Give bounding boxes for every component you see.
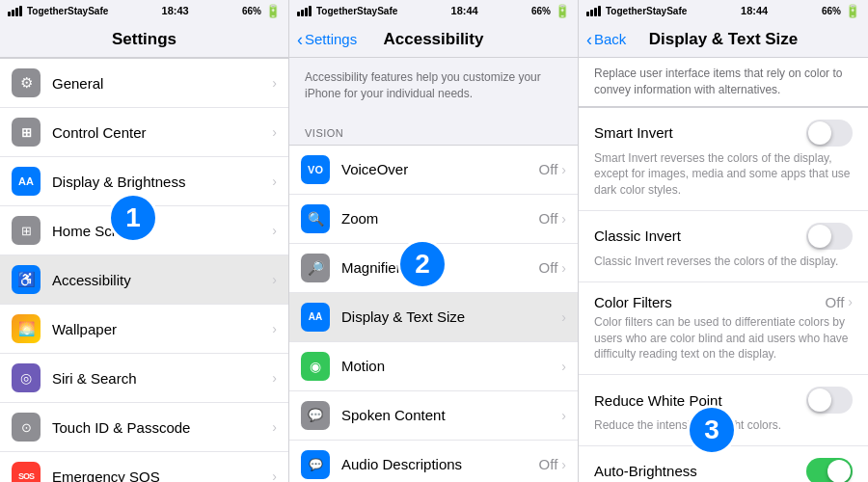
battery-pct-1: 66% [242,6,261,16]
row-classic-invert[interactable]: Classic Invert Classic Invert reverses t… [579,211,868,282]
signal-b2-3 [590,10,593,16]
row-dts[interactable]: AA Display & Text Size › [289,293,578,342]
accessibility-panel: TogetherStaySafe 18:44 66% 🔋 ‹ Settings … [289,0,579,482]
smart-invert-toggle[interactable] [806,120,853,147]
magnifier-label: Magnifier [341,259,539,276]
dts-icon: AA [301,303,330,332]
accessibility-label: Accessibility [52,272,272,288]
voiceover-label: VoiceOver [341,161,539,177]
battery-icon-3: 🔋 [845,4,860,18]
row-sos[interactable]: SOS Emergency SOS › [0,452,288,482]
battery-area-1: 66% 🔋 [242,4,281,18]
color-filters-value: Off [826,294,845,310]
display-chevron: › [272,174,277,189]
row-magnifier[interactable]: 🔎 Magnifier Off › [289,244,578,293]
audio-chevron: › [561,457,566,472]
signal-b1-3 [586,12,589,16]
dts-chevron: › [561,309,566,325]
color-filters-value-area: Off › [826,294,853,310]
smart-invert-label: Smart Invert [594,124,673,141]
classic-invert-toggle[interactable] [806,223,853,250]
row-smart-invert[interactable]: Smart Invert Smart Invert reverses the c… [579,108,868,211]
sos-icon: SOS [12,462,41,482]
motion-label: Motion [341,358,561,374]
voiceover-value: Off [539,161,558,177]
row-control[interactable]: ⊞ Control Center › [0,108,288,157]
signal-b4 [19,6,22,16]
accessibility-list: Accessibility features help you customiz… [289,58,578,482]
zoom-value: Off [539,210,558,227]
nav-title-1: Settings [112,30,176,49]
magnifier-value: Off [539,259,558,276]
auto-brightness-toggle[interactable] [806,458,853,482]
display-settings-group: Smart Invert Smart Invert reverses the c… [579,107,868,482]
row-spoken[interactable]: 💬 Spoken Content › [289,391,578,441]
back-label-2: Settings [305,31,357,47]
siri-label: Siri & Search [52,370,272,387]
general-icon: ⚙ [12,68,41,97]
wallpaper-icon: 🌅 [12,314,41,343]
touchid-chevron: › [272,419,277,435]
audio-icon: 💬 [301,450,330,479]
status-bar-3: TogetherStaySafe 18:44 66% 🔋 [579,0,868,21]
time-3: 18:44 [741,5,768,16]
back-button-3[interactable]: ‹ Back [586,31,626,48]
back-chevron-2: ‹ [297,31,303,48]
control-label: Control Center [52,124,272,141]
voiceover-chevron: › [561,162,566,177]
row-zoom[interactable]: 🔍 Zoom Off › [289,195,578,244]
row-wallpaper[interactable]: 🌅 Wallpaper › [0,305,288,354]
reduce-white-toggle[interactable] [806,387,853,414]
motion-icon: ◉ [301,352,330,381]
spoken-label: Spoken Content [341,407,561,423]
wallpaper-label: Wallpaper [52,321,272,337]
signal-b4-3 [598,6,601,16]
row-motion[interactable]: ◉ Motion › [289,342,578,391]
nav-bar-3: ‹ Back Display & Text Size [579,21,868,58]
row-touchid[interactable]: ⊙ Touch ID & Passcode › [0,403,288,452]
signal-b1-2 [297,12,300,16]
back-chevron-3: ‹ [586,31,592,48]
row-siri[interactable]: ◎ Siri & Search › [0,354,288,403]
spoken-chevron: › [561,408,566,423]
color-filters-desc: Color filters can be used to differentia… [594,314,853,362]
settings-panel: TogetherStaySafe 18:43 66% 🔋 Settings ⚙ … [0,0,289,482]
row-color-filters[interactable]: Color Filters Off › Color filters can be… [579,282,868,375]
row-general[interactable]: ⚙ General › [0,59,288,108]
audio-value: Off [539,456,558,472]
row-reduce-white[interactable]: Reduce White Point Reduce the intensity … [579,375,868,446]
row-accessibility[interactable]: ♿ Accessibility › [0,255,288,305]
touchid-label: Touch ID & Passcode [52,419,272,436]
status-carrier-1: TogetherStaySafe [8,6,108,16]
row-auto-brightness[interactable]: Auto-Brightness Turning off auto-brightn… [579,446,868,482]
nav-bar-1: Settings [0,21,288,58]
classic-invert-thumb [808,225,831,248]
accessibility-icon: ♿ [12,265,41,294]
smart-invert-desc: Smart Invert reverses the colors of the … [594,150,853,199]
touchid-icon: ⊙ [12,413,41,442]
time-2: 18:44 [451,5,478,16]
back-button-2[interactable]: ‹ Settings [297,31,357,48]
row-display[interactable]: AA Display & Brightness › [0,157,288,206]
row-home[interactable]: ⊞ Home Screen › [0,206,288,255]
classic-invert-label: Classic Invert [594,228,681,244]
nav-title-2: Accessibility [384,30,484,49]
carrier-name-2: TogetherStaySafe [316,6,397,16]
row-audio-desc[interactable]: 💬 Audio Descriptions Off › [289,441,578,482]
reduce-white-thumb [808,388,831,412]
signal-bars-3 [586,6,601,16]
status-carrier-3: TogetherStaySafe [586,6,687,16]
row-voiceover[interactable]: VO VoiceOver Off › [289,146,578,195]
dts-label: Display & Text Size [341,308,561,325]
home-label: Home Screen [52,223,272,239]
color-filters-label: Color Filters [594,294,672,310]
settings-group-main: ⚙ General › ⊞ Control Center › AA Displa… [0,58,288,482]
sos-chevron: › [272,469,277,482]
signal-b3-2 [305,8,308,16]
smart-invert-thumb [808,121,831,145]
display-intro: Replace user interface items that rely o… [594,66,853,98]
signal-b3 [15,8,18,16]
settings-list-1: ⚙ General › ⊞ Control Center › AA Displa… [0,58,288,482]
audio-label: Audio Descriptions [341,456,539,472]
signal-bars-2 [297,6,312,16]
